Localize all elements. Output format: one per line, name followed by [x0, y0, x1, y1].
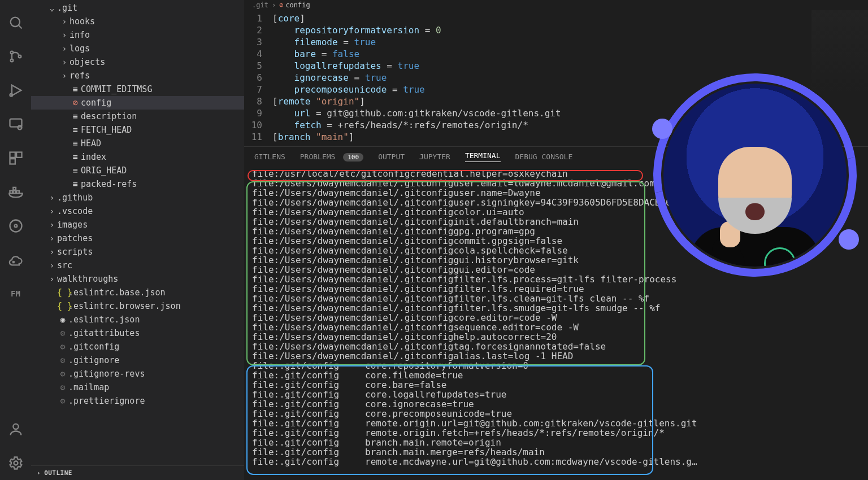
- breadcrumb[interactable]: .git › ⊘ config: [244, 0, 868, 10]
- file-json-icon: { }: [57, 301, 68, 311]
- file--gitattributes[interactable]: ⚙.gitattributes: [31, 326, 244, 340]
- file-text-icon: ≡: [70, 111, 81, 121]
- run-debug-icon[interactable]: [8, 82, 24, 98]
- folder--git[interactable]: ⌄.git: [31, 1, 244, 15]
- accounts-icon[interactable]: [8, 421, 24, 437]
- fm-icon[interactable]: FM: [8, 286, 24, 302]
- code-content: url = git@github.com:gitkraken/vscode-gi…: [272, 107, 561, 119]
- search-icon[interactable]: [8, 15, 24, 30]
- file--gitconfig[interactable]: ⚙.gitconfig: [31, 340, 244, 354]
- tree-item-label: description: [81, 111, 137, 121]
- chevron-right-icon: ›: [47, 247, 57, 256]
- file-head[interactable]: ≡HEAD: [31, 137, 244, 150]
- file-error-icon: ⊘: [70, 98, 81, 108]
- tree-item-label: refs: [70, 71, 90, 81]
- tab-gitlens[interactable]: GITLENS: [254, 152, 285, 161]
- folder-images[interactable]: ›images: [31, 218, 244, 232]
- svg-rect-11: [10, 159, 15, 164]
- tree-item-label: walkthroughs: [57, 274, 118, 284]
- breadcrumb-current: config: [285, 1, 310, 9]
- folder-objects[interactable]: ›objects: [31, 55, 244, 69]
- svg-point-4: [18, 55, 21, 58]
- file-orig-head[interactable]: ≡ORIG_HEAD: [31, 164, 244, 177]
- file-index[interactable]: ≡index: [31, 150, 244, 164]
- tree-item-label: .gitignore: [68, 355, 119, 365]
- folder-patches[interactable]: ›patches: [31, 232, 244, 245]
- folder-info[interactable]: ›info: [31, 28, 244, 42]
- line-number: 5: [250, 60, 272, 72]
- extensions-icon[interactable]: [8, 150, 24, 166]
- file--prettierignore[interactable]: ⚙.prettierignore: [31, 394, 244, 408]
- folder-scripts[interactable]: ›scripts: [31, 245, 244, 259]
- file-text-icon: ≡: [70, 179, 81, 189]
- svg-point-19: [14, 461, 18, 465]
- code-content: filemode = true: [272, 36, 376, 48]
- folder-refs[interactable]: ›refs: [31, 69, 244, 82]
- terminal-line: file:.git/configcore.ignorecase=true: [252, 399, 860, 409]
- file--mailmap[interactable]: ⚙.mailmap: [31, 381, 244, 394]
- tab-terminal[interactable]: TERMINAL: [465, 151, 501, 162]
- settings-gear-icon[interactable]: [8, 455, 24, 471]
- file-text-icon: ≡: [70, 84, 81, 94]
- tree-item-label: .prettierignore: [68, 396, 145, 406]
- file-config[interactable]: ⊘config: [31, 96, 244, 110]
- remote-explorer-icon[interactable]: [8, 116, 24, 132]
- folder-logs[interactable]: ›logs: [31, 42, 244, 55]
- code-line: 3 filemode = true: [250, 36, 868, 48]
- file-tree[interactable]: ⌄.git›hooks›info›logs›objects›refs≡COMMI…: [31, 0, 244, 465]
- svg-point-18: [13, 424, 18, 429]
- terminal-line: file:/Users/dwaynemcdaniel/.gitconfighel…: [252, 332, 860, 342]
- folder-src[interactable]: ›src: [31, 259, 244, 272]
- cloud-icon[interactable]: [8, 252, 24, 268]
- tab-problems[interactable]: PROBLEMS 100: [300, 152, 363, 161]
- tree-item-label: objects: [70, 57, 105, 67]
- svg-point-0: [10, 18, 19, 27]
- file-json-icon: { }: [57, 287, 68, 298]
- chevron-right-icon: ›: [59, 17, 70, 26]
- file--eslintrc-base-json[interactable]: { }.eslintrc.base.json: [31, 286, 244, 299]
- outline-panel-header[interactable]: › OUTLINE: [31, 465, 244, 480]
- sync-icon[interactable]: [8, 218, 24, 234]
- file-gear-icon: ⚙: [57, 382, 68, 392]
- terminal-line: file:/Users/dwaynemcdaniel/.gitconfigseq…: [252, 322, 860, 332]
- file--gitignore[interactable]: ⚙.gitignore: [31, 354, 244, 367]
- folder--vscode[interactable]: ›.vscode: [31, 204, 244, 218]
- folder--github[interactable]: ›.github: [31, 191, 244, 204]
- svg-point-16: [10, 220, 21, 232]
- code-line: 1[core]: [250, 12, 868, 24]
- tab-debug-console[interactable]: DEBUG CONSOLE: [515, 152, 573, 161]
- source-control-icon[interactable]: [8, 49, 24, 64]
- tab-output[interactable]: OUTPUT: [378, 152, 405, 161]
- file-commit-editmsg[interactable]: ≡COMMIT_EDITMSG: [31, 82, 244, 96]
- file-description[interactable]: ≡description: [31, 110, 244, 123]
- docker-icon[interactable]: [8, 184, 24, 200]
- terminal-line: file:/Users/dwaynemcdaniel/.gitconfigfil…: [252, 294, 860, 303]
- tab-jupyter[interactable]: JUPYTER: [419, 152, 450, 161]
- svg-point-2: [10, 51, 13, 54]
- file--eslintrc-json[interactable]: ◉.eslintrc.json: [31, 313, 244, 326]
- file--eslintrc-browser-json[interactable]: { }.eslintrc.browser.json: [31, 299, 244, 313]
- chevron-right-icon: ›: [47, 274, 57, 283]
- tree-item-label: .git: [57, 3, 77, 13]
- code-line: 5 logallrefupdates = true: [250, 60, 868, 72]
- file--gitignore-revs[interactable]: ⚙.gitignore-revs: [31, 367, 244, 381]
- terminal-line: file:.git/configcore.bare=false: [252, 380, 860, 390]
- terminal-line: file:.git/configremote.origin.url=git@gi…: [252, 418, 860, 428]
- tree-item-label: FETCH_HEAD: [81, 125, 132, 135]
- terminal-line: file:.git/configcore.repositoryformatver…: [252, 361, 860, 370]
- chevron-right-icon: ›: [59, 71, 70, 80]
- folder-walkthroughs[interactable]: ›walkthroughs: [31, 272, 244, 286]
- line-number: 9: [250, 107, 272, 119]
- folder-hooks[interactable]: ›hooks: [31, 15, 244, 28]
- code-line: 2 repositoryformatversion = 0: [250, 24, 868, 36]
- code-content: [branch "main"]: [272, 131, 354, 143]
- file-fetch-head[interactable]: ≡FETCH_HEAD: [31, 123, 244, 137]
- tree-item-label: .gitattributes: [68, 328, 140, 338]
- file-packed-refs[interactable]: ≡packed-refs: [31, 177, 244, 191]
- terminal-line: file:.git/configbranch.main.merge=refs/h…: [252, 447, 860, 457]
- problems-badge: 100: [343, 153, 363, 162]
- chevron-right-icon: ›: [59, 44, 70, 53]
- code-content: repositoryformatversion = 0: [272, 24, 441, 36]
- error-icon: ⊘: [279, 1, 283, 9]
- line-number: 6: [250, 72, 272, 84]
